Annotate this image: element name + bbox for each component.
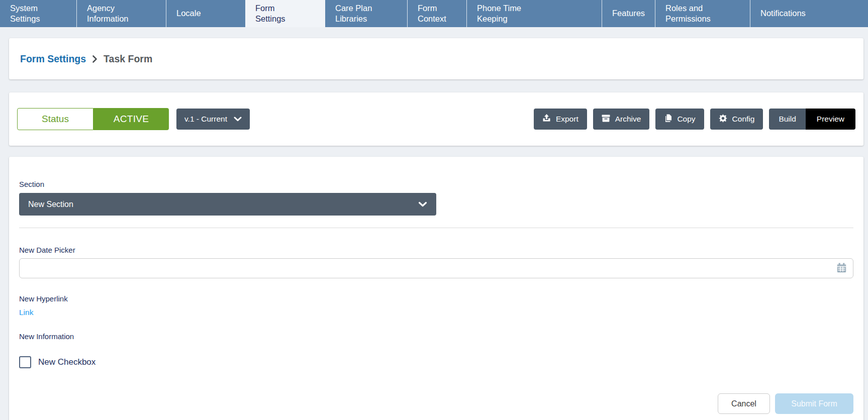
archive-icon (602, 114, 610, 124)
button-label: Export (556, 115, 578, 124)
divider (19, 228, 853, 228)
status-group: Status ACTIVE v.1 - Current (17, 108, 250, 130)
tab-label: System Settings (10, 3, 40, 24)
tab-phone-time-keeping[interactable]: Phone Time Keeping (466, 0, 602, 27)
chevron-down-icon (234, 115, 242, 124)
copy-icon (664, 114, 672, 125)
information-label: New Information (19, 332, 853, 341)
chevron-down-icon (418, 200, 427, 209)
hyperlink[interactable]: Link (19, 308, 33, 317)
date-input[interactable] (20, 259, 830, 278)
breadcrumb: Form Settings Task Form (9, 38, 863, 79)
date-picker-field (19, 258, 853, 278)
submit-form-button[interactable]: Submit Form (775, 393, 853, 414)
tab-form-settings[interactable]: Form Settings (245, 0, 325, 27)
tab-label: Phone Time Keeping (477, 3, 521, 24)
tab-system-settings[interactable]: System Settings (0, 0, 76, 27)
build-button[interactable]: Build (769, 109, 805, 130)
button-label: Copy (677, 115, 695, 124)
tab-label: Features (612, 8, 645, 19)
tab-roles-and-permissions[interactable]: Roles and Permissions (655, 0, 750, 27)
preview-button[interactable]: Preview (806, 109, 855, 130)
copy-button[interactable]: Copy (655, 109, 704, 130)
tab-label: Care Plan Libraries (335, 3, 372, 24)
toolbar: Export Archive Copy Config Build Preview (534, 109, 855, 130)
button-label: Archive (615, 115, 641, 124)
archive-button[interactable]: Archive (593, 109, 650, 130)
tab-label: Form Settings (255, 3, 285, 24)
chevron-right-icon (92, 55, 98, 63)
tab-form-context[interactable]: Form Context (407, 0, 466, 27)
hyperlink-label: New Hyperlink (19, 294, 853, 303)
config-button[interactable]: Config (710, 109, 763, 130)
form-card: Section New Section New Date Picker (9, 157, 863, 420)
checkbox-input[interactable] (19, 356, 31, 368)
build-preview-toggle: Build Preview (769, 109, 855, 130)
version-dropdown[interactable]: v.1 - Current (176, 109, 250, 130)
tab-features[interactable]: Features (602, 0, 655, 27)
tab-agency-information[interactable]: Agency Information (76, 0, 166, 27)
checkbox-label: New Checkbox (38, 357, 95, 367)
status-badge: ACTIVE (93, 108, 169, 130)
section-label: Section (19, 180, 853, 188)
tab-locale[interactable]: Locale (166, 0, 245, 27)
cancel-button[interactable]: Cancel (718, 393, 770, 414)
tab-label: Locale (176, 8, 201, 19)
tab-label: Roles and Permissions (665, 3, 711, 24)
checkbox-row: New Checkbox (19, 356, 853, 368)
breadcrumb-parent-link[interactable]: Form Settings (20, 53, 86, 65)
page-title: Task Form (104, 53, 152, 65)
export-icon (542, 114, 551, 124)
gear-icon (719, 114, 727, 125)
form-footer: Cancel Submit Form (19, 393, 853, 414)
tab-label: Agency Information (87, 3, 129, 24)
status-pill: Status ACTIVE (17, 108, 169, 130)
tab-notifications[interactable]: Notifications (750, 0, 868, 27)
status-toolbar: Status ACTIVE v.1 - Current Export Archi… (9, 92, 863, 146)
version-dropdown-value: v.1 - Current (184, 115, 227, 124)
tab-label: Form Context (418, 3, 446, 24)
section-select-value: New Section (28, 200, 73, 209)
section-select[interactable]: New Section (19, 193, 436, 216)
button-label: Config (732, 115, 755, 124)
tab-care-plan-libraries[interactable]: Care Plan Libraries (325, 0, 407, 27)
calendar-icon (836, 263, 847, 274)
date-picker-label: New Date Picker (19, 246, 853, 254)
top-nav: System Settings Agency Information Local… (0, 0, 868, 27)
hyperlink-row: Link (19, 308, 853, 317)
status-label: Status (17, 108, 93, 130)
export-button[interactable]: Export (534, 109, 587, 130)
tab-label: Notifications (760, 8, 806, 19)
calendar-button[interactable] (830, 259, 853, 278)
